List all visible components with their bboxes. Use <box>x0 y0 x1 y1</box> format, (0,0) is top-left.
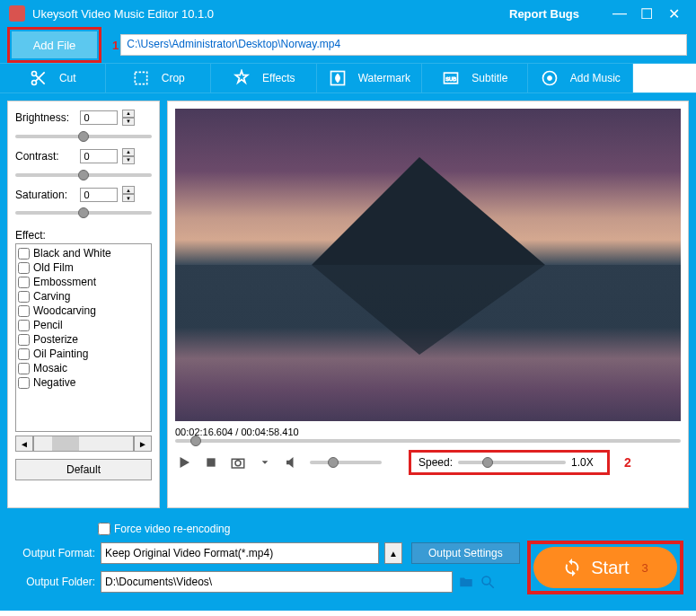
maximize-button[interactable]: ☐ <box>633 5 660 22</box>
contrast-input[interactable] <box>80 149 118 163</box>
output-format-select[interactable]: Keep Original Video Format(*.mp4) <box>101 542 379 564</box>
effect-checkbox[interactable] <box>18 291 30 303</box>
contrast-up[interactable]: ▲ <box>122 148 135 156</box>
refresh-icon <box>562 558 582 577</box>
tab-bar: Cut Crop Effects Watermark SUB Subtitle … <box>0 63 696 93</box>
svg-point-0 <box>31 72 36 76</box>
stop-button[interactable] <box>202 453 220 471</box>
saturation-slider[interactable] <box>15 211 152 215</box>
speed-control-highlight: Speed: 1.0X <box>409 450 610 475</box>
brightness-slider[interactable] <box>15 135 152 138</box>
effect-item[interactable]: Old Film <box>18 260 149 275</box>
tab-subtitle[interactable]: SUB Subtitle <box>422 64 528 92</box>
default-button[interactable]: Default <box>15 459 152 480</box>
contrast-down[interactable]: ▼ <box>122 156 135 164</box>
force-reencode-checkbox[interactable] <box>98 523 110 535</box>
effect-item[interactable]: Black and White <box>18 246 149 260</box>
volume-button[interactable] <box>283 453 301 471</box>
tab-effects[interactable]: Effects <box>211 64 317 92</box>
hscroll-thumb[interactable] <box>52 436 79 451</box>
effect-item[interactable]: Pencil <box>18 318 149 332</box>
tab-blank <box>633 64 696 92</box>
hscroll-left[interactable]: ◄ <box>15 436 33 452</box>
effect-item-label: Woodcarving <box>33 304 96 317</box>
minimize-button[interactable]: — <box>606 5 633 22</box>
tab-effects-label: Effects <box>262 72 295 84</box>
svg-point-12 <box>235 461 241 466</box>
effect-item-label: Mosaic <box>33 362 67 374</box>
contrast-slider[interactable] <box>15 173 152 177</box>
hscroll-track[interactable] <box>33 436 134 452</box>
watermark-icon <box>328 68 348 88</box>
effect-hscroll[interactable]: ◄ ► <box>15 436 152 452</box>
preview-panel: 00:02:16.604 / 00:04:58.410 Speed: 1.0X … <box>167 101 689 508</box>
effect-checkbox[interactable] <box>18 334 30 346</box>
start-button[interactable]: Start 3 <box>533 547 677 588</box>
play-button[interactable] <box>175 453 193 471</box>
brightness-up[interactable]: ▲ <box>122 110 135 118</box>
effect-item-label: Oil Painting <box>33 348 88 360</box>
snapshot-dropdown[interactable] <box>256 453 274 471</box>
effect-checkbox[interactable] <box>18 277 30 288</box>
output-folder-input[interactable] <box>101 571 453 593</box>
tab-watermark-label: Watermark <box>358 72 410 84</box>
effect-checkbox[interactable] <box>18 320 30 331</box>
output-format-dropdown[interactable]: ▲ <box>384 542 402 564</box>
step1-highlight: Add File <box>7 27 101 63</box>
saturation-input[interactable] <box>80 188 118 202</box>
effect-item[interactable]: Posterize <box>18 332 149 347</box>
effect-checkbox[interactable] <box>18 348 30 360</box>
svg-text:SUB: SUB <box>445 76 456 82</box>
tab-watermark[interactable]: Watermark <box>317 64 423 92</box>
speed-slider[interactable] <box>458 461 566 464</box>
file-bar: Add File 1 C:\Users\Administrator\Deskto… <box>0 27 696 63</box>
effect-item[interactable]: Oil Painting <box>18 347 149 361</box>
output-folder-label: Output Folder: <box>13 576 95 588</box>
report-bugs-link[interactable]: Report Bugs <box>509 7 579 21</box>
effect-list[interactable]: Black and WhiteOld FilmEmbossmentCarving… <box>15 243 152 432</box>
app-title: Ukeysoft Video Music Editor 10.1.0 <box>32 7 509 21</box>
contrast-label: Contrast: <box>15 150 76 163</box>
close-button[interactable]: ✕ <box>660 5 687 22</box>
effect-item[interactable]: Negative <box>18 375 149 390</box>
svg-rect-10 <box>207 458 215 466</box>
step2-label: 2 <box>624 455 631 470</box>
effect-checkbox[interactable] <box>18 305 30 317</box>
tab-crop[interactable]: Crop <box>106 64 212 92</box>
volume-slider[interactable] <box>310 461 382 464</box>
seek-slider[interactable] <box>175 439 681 443</box>
saturation-up[interactable]: ▲ <box>122 186 135 194</box>
effect-checkbox[interactable] <box>18 377 30 389</box>
brightness-down[interactable]: ▼ <box>122 118 135 126</box>
effect-checkbox[interactable] <box>18 262 30 274</box>
effect-checkbox[interactable] <box>18 248 30 260</box>
svg-point-13 <box>482 576 490 585</box>
crop-icon <box>131 68 151 88</box>
effect-item[interactable]: Embossment <box>18 275 149 289</box>
output-settings-button[interactable]: Output Settings <box>411 542 520 564</box>
saturation-down[interactable]: ▼ <box>122 194 135 202</box>
hscroll-right[interactable]: ► <box>134 436 152 452</box>
brightness-input[interactable] <box>80 110 118 125</box>
tab-add-music[interactable]: Add Music <box>528 64 634 92</box>
file-path-field[interactable]: C:\Users\Administrator\Desktop\Norway.mp… <box>120 34 687 56</box>
snapshot-button[interactable] <box>229 453 247 471</box>
effect-checkbox[interactable] <box>18 363 30 374</box>
svg-line-14 <box>489 584 494 588</box>
effect-item[interactable]: Mosaic <box>18 361 149 375</box>
effect-item-label: Carving <box>33 290 70 303</box>
browse-folder-icon[interactable] <box>458 574 474 590</box>
speed-value: 1.0X <box>571 456 600 469</box>
effect-item-label: Negative <box>33 376 75 389</box>
open-folder-icon[interactable] <box>480 574 496 590</box>
effect-item-label: Posterize <box>33 333 78 346</box>
add-file-button[interactable]: Add File <box>12 31 97 58</box>
svg-rect-4 <box>135 72 146 84</box>
output-format-label: Output Format: <box>13 547 95 559</box>
effect-item[interactable]: Woodcarving <box>18 304 149 318</box>
tab-cut-label: Cut <box>59 72 76 84</box>
effect-item[interactable]: Carving <box>18 289 149 304</box>
subtitle-icon: SUB <box>441 68 461 88</box>
video-preview[interactable] <box>175 109 681 421</box>
tab-cut[interactable]: Cut <box>0 64 106 92</box>
